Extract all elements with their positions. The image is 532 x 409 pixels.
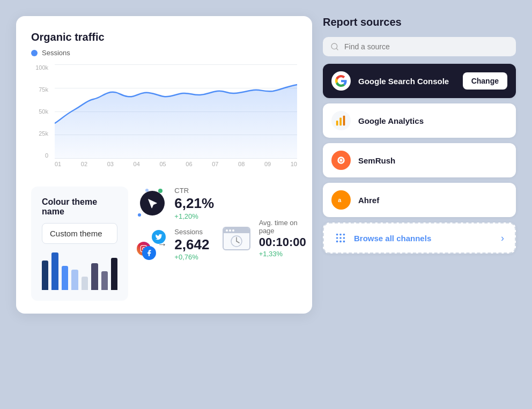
- report-sources-title: Report sources: [323, 16, 516, 28]
- ctr-label: CTR: [174, 187, 214, 195]
- search-box[interactable]: [323, 37, 516, 56]
- color-bar: [42, 261, 48, 290]
- ctr-change: +1,20%: [174, 212, 214, 220]
- color-bar: [62, 266, 68, 290]
- x-label: 03: [107, 161, 114, 172]
- facebook-icon-svg: [145, 249, 153, 257]
- color-bar: [82, 277, 88, 290]
- sessions-label: Sessions: [174, 228, 209, 236]
- browse-all-channels-card[interactable]: Browse all channels ›: [323, 222, 516, 254]
- cursor-icon-svg: [146, 197, 158, 209]
- ctr-value: 6,21%: [174, 196, 214, 211]
- color-bar: [51, 252, 58, 290]
- x-label: 06: [186, 161, 192, 172]
- svg-point-19: [336, 241, 338, 243]
- legend-label: Sessions: [42, 49, 70, 57]
- avgtime-column: Avg. time on page 00:10:00 +1,33%: [221, 187, 297, 258]
- x-label: 08: [238, 161, 245, 172]
- google-logo-svg: [335, 75, 347, 87]
- sessions-change: +0,76%: [174, 253, 209, 261]
- semrush-logo: [331, 151, 351, 170]
- svg-line-5: [237, 241, 239, 243]
- svg-rect-9: [343, 116, 345, 125]
- semrush-name: SemRush: [358, 156, 507, 165]
- ahref-name: Ahref: [358, 196, 507, 205]
- ctr-icon: [137, 188, 167, 218]
- chart-area: 100k 75k 50k 25k 0: [31, 64, 297, 172]
- x-label: 02: [81, 161, 87, 172]
- bottom-section: Colour theme name: [31, 187, 297, 301]
- color-bars: [42, 252, 117, 290]
- y-label-25k: 25k: [39, 130, 48, 137]
- y-label-0: 0: [45, 152, 48, 159]
- color-bar: [71, 270, 78, 290]
- google-analytics-name: Google Analytics: [358, 116, 507, 125]
- ctr-metric-info: CTR 6,21% +1,20%: [174, 187, 214, 220]
- semrush-logo-svg: [336, 155, 346, 166]
- x-label: 05: [159, 161, 166, 172]
- chart-title: Organic traffic: [31, 31, 297, 43]
- chart-inner: [55, 64, 297, 159]
- search-icon: [330, 42, 339, 51]
- x-axis: 01 02 03 04 05 06 07 08 09 10: [55, 161, 297, 172]
- source-item-semrush[interactable]: SemRush: [323, 143, 516, 177]
- chart-legend: Sessions: [31, 49, 297, 57]
- ahref-logo: a: [331, 190, 351, 210]
- theme-box: Colour theme name: [31, 187, 128, 301]
- chart-section: Organic traffic Sessions 100k 75k 50k 25…: [31, 31, 297, 172]
- legend-dot: [31, 50, 38, 56]
- left-panel: Organic traffic Sessions 100k 75k 50k 25…: [16, 16, 312, 314]
- theme-input[interactable]: [42, 223, 117, 244]
- svg-point-13: [336, 234, 338, 236]
- svg-rect-7: [336, 121, 338, 125]
- svg-point-11: [340, 159, 343, 162]
- sessions-icon: →: [137, 229, 167, 259]
- y-label-75k: 75k: [39, 86, 48, 93]
- avgtime-value: 00:10:00: [259, 236, 306, 249]
- sessions-metric-info: Sessions 2,642 +0,76%: [174, 228, 209, 262]
- avgtime-metric-info: Avg. time on page 00:10:00 +1,33%: [259, 219, 306, 258]
- metrics-column: CTR 6,21% +1,20%: [137, 187, 212, 261]
- color-bar: [111, 258, 117, 290]
- svg-point-17: [339, 237, 342, 239]
- clock-icon-svg: [229, 234, 244, 249]
- google-search-console-logo: [331, 71, 351, 91]
- svg-rect-8: [339, 118, 342, 126]
- grid-icon: [335, 232, 346, 244]
- source-item-google-search-console[interactable]: Google Search Console Change: [323, 64, 516, 98]
- search-input[interactable]: [344, 42, 508, 51]
- svg-point-16: [336, 237, 338, 239]
- y-axis: 100k 75k 50k 25k 0: [31, 64, 53, 159]
- svg-point-15: [343, 234, 345, 236]
- browse-grid-svg: [335, 232, 346, 244]
- line-chart-svg: [55, 64, 297, 159]
- svg-point-21: [343, 241, 345, 243]
- right-panel: Report sources Google Search: [323, 16, 516, 254]
- x-label: 07: [212, 161, 218, 172]
- y-label-50k: 50k: [39, 108, 48, 115]
- analytics-logo-svg: [335, 115, 347, 127]
- google-search-console-name: Google Search Console: [358, 77, 455, 86]
- svg-point-18: [343, 237, 345, 239]
- color-bar: [91, 263, 98, 290]
- browse-label: Browse all channels: [354, 234, 493, 243]
- source-list: Google Search Console Change Google Anal…: [323, 64, 516, 217]
- source-item-google-analytics[interactable]: Google Analytics: [323, 103, 516, 138]
- avgtime-change: +1,33%: [259, 250, 306, 258]
- svg-point-14: [339, 234, 342, 236]
- change-button[interactable]: Change: [463, 72, 507, 90]
- ctr-metric-card: CTR 6,21% +1,20%: [137, 187, 212, 220]
- x-label: 04: [134, 161, 140, 172]
- avgtime-icon: [221, 224, 252, 254]
- theme-label: Colour theme name: [42, 197, 117, 217]
- source-item-ahref[interactable]: a Ahref: [323, 183, 516, 217]
- chevron-right-icon: ›: [501, 233, 504, 244]
- avgtime-label: Avg. time on page: [259, 219, 306, 235]
- sessions-value: 2,642: [174, 237, 209, 252]
- x-label: 01: [55, 161, 61, 172]
- y-label-100k: 100k: [35, 64, 48, 71]
- avgtime-metric-card: Avg. time on page 00:10:00 +1,33%: [221, 219, 297, 258]
- google-analytics-logo: [331, 111, 351, 130]
- svg-text:a: a: [338, 197, 342, 203]
- x-label: 09: [264, 161, 271, 172]
